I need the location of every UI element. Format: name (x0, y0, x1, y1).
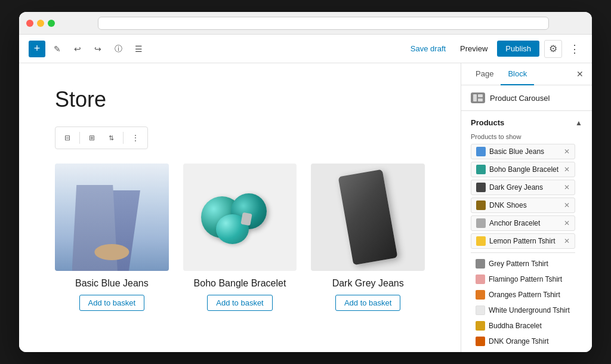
section-toggle[interactable]: ▲ (575, 119, 582, 127)
editor-area: Store ⊟ ⊞ ⇅ ⋮ (19, 63, 461, 352)
product-name: Dark Grey Jeans (311, 278, 425, 289)
wp-toolbar: + ✎ ↩ ↪ ⓘ ☰ Save draft Preview Publish ⚙… (19, 35, 592, 63)
product-item-name: DNK Shoes (489, 201, 527, 209)
product-icon (476, 200, 486, 210)
remove-product-button[interactable]: ✕ (564, 202, 570, 209)
undo-icon[interactable]: ↩ (69, 41, 86, 57)
block-type-icon (471, 92, 485, 103)
product-item-name: Grey Pattern Tshirt (489, 260, 548, 268)
product-card: Basic Blue Jeans Add to basket (55, 164, 169, 311)
info-icon[interactable]: ⓘ (110, 41, 126, 57)
product-item-name: Dark Grey Jeans (489, 183, 543, 192)
product-item-name: Basic Blue Jeans (489, 147, 544, 156)
list-item[interactable]: Buddha Bracelet (471, 319, 575, 333)
list-item: Dark Grey Jeans ✕ (471, 180, 575, 195)
toolbar-right: Save draft Preview Publish ⚙ ⋮ (406, 40, 582, 58)
product-icon (476, 259, 485, 269)
block-header: Product Carousel (461, 85, 592, 111)
block-type-button[interactable]: ⊟ (59, 129, 76, 146)
product-icon (476, 337, 485, 346)
list-item[interactable]: DNK Blue Tshirt (471, 350, 575, 352)
divider (471, 252, 575, 253)
svg-rect-1 (478, 94, 483, 97)
url-bar[interactable] (98, 17, 549, 30)
selected-products-list: Basic Blue Jeans ✕ Boho Bangle Bracelet … (471, 144, 582, 352)
traffic-lights (26, 20, 55, 27)
list-view-icon[interactable]: ☰ (130, 41, 147, 57)
products-to-show-label: Products to show (471, 133, 582, 140)
remove-product-button[interactable]: ✕ (564, 166, 570, 173)
add-to-basket-button[interactable]: Add to basket (207, 295, 273, 311)
list-item[interactable]: White Underground Tshirt (471, 303, 575, 317)
product-card: Dark Grey Jeans Add to basket (311, 164, 425, 311)
close-button[interactable] (26, 20, 33, 27)
list-item[interactable]: DNK Orange Tshirt (471, 334, 575, 348)
tab-page[interactable]: Page (468, 63, 501, 85)
redo-icon[interactable]: ↪ (90, 41, 106, 57)
product-image-bracelet (183, 164, 297, 271)
block-toolbar: ⊟ ⊞ ⇅ ⋮ (55, 127, 148, 149)
grid-view-button[interactable]: ⊞ (84, 129, 100, 146)
list-item[interactable]: Flamingo Pattern Tshirt (471, 272, 575, 286)
product-icon (476, 183, 486, 192)
product-name: Basic Blue Jeans (55, 278, 169, 289)
save-draft-button[interactable]: Save draft (406, 42, 450, 55)
product-item-name: Boho Bangle Bracelet (489, 165, 558, 174)
close-sidebar-button[interactable]: ✕ (573, 67, 587, 81)
more-options-button[interactable]: ⋮ (567, 40, 582, 58)
product-item-name: Buddha Bracelet (489, 322, 542, 330)
toolbar-left: + ✎ ↩ ↪ ⓘ ☰ (29, 41, 401, 57)
product-icon (476, 218, 486, 228)
arrows-button[interactable]: ⇅ (103, 129, 119, 146)
page-title: Store (55, 87, 425, 112)
sidebar: Page Block ✕ Product Carousel Prod (461, 63, 592, 352)
minimize-button[interactable] (37, 20, 44, 27)
product-icon (476, 165, 486, 174)
product-icon (476, 274, 485, 284)
svg-rect-2 (478, 98, 483, 101)
section-header: Products ▲ (471, 118, 582, 127)
product-item-name: Flamingo Pattern Tshirt (489, 275, 562, 283)
product-icon (476, 236, 486, 246)
sidebar-tabs: Page Block ✕ (461, 63, 592, 85)
browser-window: + ✎ ↩ ↪ ⓘ ☰ Save draft Preview Publish ⚙… (19, 12, 592, 352)
publish-button[interactable]: Publish (497, 41, 539, 57)
settings-button[interactable]: ⚙ (544, 40, 562, 58)
product-item-name: Oranges Pattern Tshirt (489, 291, 560, 299)
product-card: Boho Bangle Bracelet Add to basket (183, 164, 297, 311)
toolbar-divider (79, 132, 80, 144)
product-icon (476, 306, 485, 315)
more-block-options[interactable]: ⋮ (127, 129, 144, 146)
title-bar (19, 12, 592, 35)
main-area: Store ⊟ ⊞ ⇅ ⋮ (19, 63, 592, 352)
add-block-button[interactable]: + (29, 41, 45, 57)
remove-product-button[interactable]: ✕ (564, 184, 570, 191)
product-item-name: White Underground Tshirt (489, 306, 570, 314)
section-title: Products (471, 118, 504, 127)
product-icon (476, 290, 485, 300)
tab-block[interactable]: Block (501, 63, 534, 85)
product-item-name: Anchor Bracelet (489, 219, 540, 227)
list-item[interactable]: Oranges Pattern Tshirt (471, 288, 575, 302)
list-item[interactable]: Grey Pattern Tshirt (471, 257, 575, 271)
add-to-basket-button[interactable]: Add to basket (335, 295, 401, 311)
product-name: Boho Bangle Bracelet (183, 278, 297, 289)
list-item: Anchor Bracelet ✕ (471, 215, 575, 231)
block-name-label: Product Carousel (490, 94, 550, 103)
remove-product-button[interactable]: ✕ (564, 237, 570, 245)
list-item: DNK Shoes ✕ (471, 198, 575, 213)
product-item-name: DNK Orange Tshirt (489, 337, 548, 346)
remove-product-button[interactable]: ✕ (564, 148, 570, 155)
add-to-basket-button[interactable]: Add to basket (79, 295, 145, 311)
products-grid: Basic Blue Jeans Add to basket (55, 164, 425, 311)
maximize-button[interactable] (48, 20, 55, 27)
preview-button[interactable]: Preview (455, 42, 492, 55)
product-image-dark-jeans (311, 164, 425, 271)
remove-product-button[interactable]: ✕ (564, 220, 570, 227)
list-item: Lemon Pattern Tshirt ✕ (471, 233, 575, 249)
svg-rect-0 (473, 94, 477, 101)
edit-icon[interactable]: ✎ (49, 41, 66, 57)
list-item: Boho Bangle Bracelet ✕ (471, 162, 575, 177)
toolbar-divider-2 (123, 132, 124, 144)
product-icon (476, 321, 485, 331)
